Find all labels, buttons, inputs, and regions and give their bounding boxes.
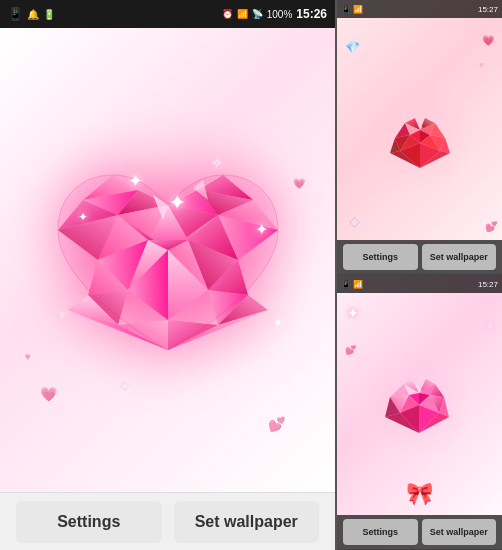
red-heart-svg <box>385 113 455 173</box>
preview-set-wallpaper-btn-top[interactable]: Set wallpaper <box>422 244 497 270</box>
small-red-heart-1: 💎 <box>345 40 360 54</box>
small-red-heart-5: ♥ <box>479 60 484 70</box>
preview-set-wallpaper-btn-bottom[interactable]: Set wallpaper <box>422 519 497 545</box>
bow-ribbon: 🎀 <box>406 481 433 507</box>
preview-card-top: 📱 📶 15:27 <box>337 0 502 275</box>
pink-sparkle-2: ✧ <box>486 320 494 331</box>
center-sparkle: ✦ <box>168 190 186 216</box>
preview-settings-btn-bottom[interactable]: Settings <box>343 519 418 545</box>
sparkle-2: ✧ <box>211 155 223 171</box>
crystal-heart-container: ✦ ✧ ✦ ✦ ✧ ✦ ✦ <box>38 140 298 380</box>
bottom-action-bar: Settings Set wallpaper <box>0 492 335 550</box>
preview-bg-pink: 📱 📶 15:27 <box>337 275 502 549</box>
status-bar-left: 📱 🔔 🔋 <box>8 7 55 21</box>
small-heart-4: ♥ <box>25 351 31 362</box>
mini-status-icons-bottom: 📱 📶 <box>341 280 363 289</box>
small-red-heart-2: 💗 <box>482 35 494 46</box>
preview-bg-red: 📱 📶 15:27 <box>337 0 502 274</box>
status-time: 15:26 <box>296 7 327 21</box>
small-red-heart-4: 💕 <box>485 221 497 232</box>
battery-level: 100% <box>267 9 293 20</box>
battery-status-icon: 🔋 <box>43 9 55 20</box>
mini-status-bottom: 📱 📶 15:27 <box>337 275 502 293</box>
wallpaper-preview: ✦ ✧ ✦ ✦ ✧ ✦ ✦ 💗 💕 💗 ♥ ◇ <box>0 28 335 492</box>
status-bar: 📱 🔔 🔋 ⏰ 📶 📡 100% 15:26 <box>0 0 335 28</box>
settings-button[interactable]: Settings <box>16 501 162 543</box>
mini-status-time-top: 15:27 <box>478 5 498 14</box>
wifi-icon: 📶 <box>237 9 248 19</box>
signal-icon: 📡 <box>252 9 263 19</box>
set-wallpaper-button[interactable]: Set wallpaper <box>174 501 320 543</box>
crystal-heart-svg <box>38 140 298 380</box>
right-panel: 📱 📶 15:27 <box>335 0 502 550</box>
tiny-diamond: ◇ <box>120 378 129 392</box>
mini-status-top: 📱 📶 15:27 <box>337 0 502 18</box>
small-heart-2: 💕 <box>268 416 285 432</box>
preview-top-buttons: Settings Set wallpaper <box>337 240 502 274</box>
pink-crystal-heart-small <box>382 375 457 444</box>
red-diamond-heart <box>385 113 455 177</box>
preview-settings-btn-top[interactable]: Settings <box>343 244 418 270</box>
preview-bottom-buttons: Settings Set wallpaper <box>337 515 502 549</box>
sparkle-3: ✦ <box>78 210 88 224</box>
phone-icon: 📱 <box>8 7 23 21</box>
sparkle-1: ✦ <box>128 170 143 192</box>
small-heart-1: 💗 <box>40 386 57 402</box>
mini-status-icons: 📱 📶 <box>341 5 363 14</box>
pink-sparkle-1: ✦ <box>347 305 359 321</box>
sparkle-6: ✦ <box>273 316 283 330</box>
sparkle-5: ✧ <box>58 309 66 320</box>
status-bar-right: ⏰ 📶 📡 100% 15:26 <box>222 7 327 21</box>
mini-status-time-bottom: 15:27 <box>478 280 498 289</box>
notification-icon: 🔔 <box>27 9 39 20</box>
preview-card-bottom: 📱 📶 15:27 <box>337 275 502 550</box>
pink-heart-svg-small <box>382 375 457 440</box>
small-heart-3: 💗 <box>293 178 305 189</box>
small-red-heart-3: ◇ <box>349 213 360 229</box>
alarm-icon: ⏰ <box>222 9 233 19</box>
left-panel: 📱 🔔 🔋 ⏰ 📶 📡 100% 15:26 <box>0 0 335 550</box>
pink-deco-heart: 💕 <box>345 345 356 355</box>
sparkle-4: ✦ <box>255 220 268 239</box>
